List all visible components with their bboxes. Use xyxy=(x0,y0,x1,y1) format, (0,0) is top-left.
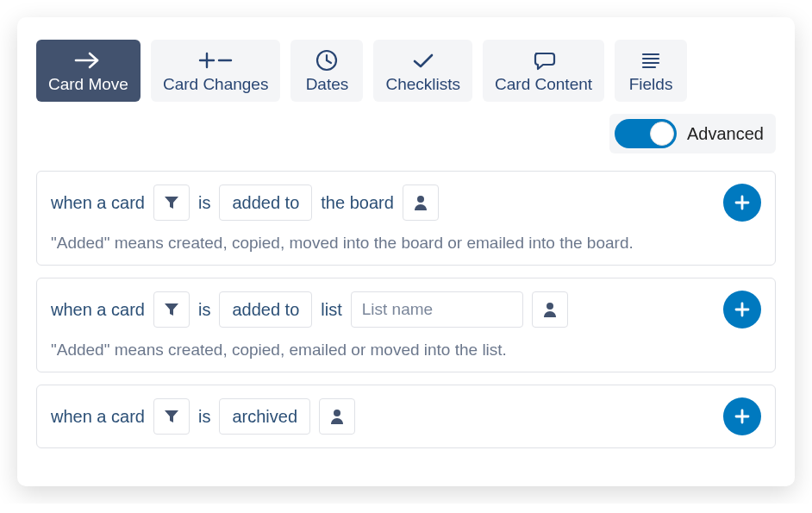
trigger-helper: "Added" means created, copied, moved int… xyxy=(51,234,761,253)
trigger-line: when a card is added to the board xyxy=(51,184,761,222)
action-value: added to xyxy=(232,300,299,320)
advanced-row: Advanced xyxy=(36,114,776,153)
add-trigger-button[interactable] xyxy=(723,291,761,328)
tab-label: Card Changes xyxy=(163,75,269,94)
check-icon xyxy=(411,47,435,73)
trigger-text: is xyxy=(198,193,210,213)
trigger-helper: "Added" means created, copied, emailed o… xyxy=(51,341,761,360)
action-value: added to xyxy=(232,193,299,213)
user-icon xyxy=(543,302,557,317)
tab-card-move[interactable]: Card Move xyxy=(36,40,141,102)
filter-button[interactable] xyxy=(153,398,190,435)
plus-minus-icon xyxy=(198,47,233,73)
filter-icon xyxy=(164,303,179,316)
plus-icon xyxy=(734,194,751,211)
trigger-text: is xyxy=(198,407,210,427)
trigger-text: when a card xyxy=(51,407,145,427)
add-trigger-button[interactable] xyxy=(723,397,761,435)
lines-icon xyxy=(640,47,661,73)
tab-checklists[interactable]: Checklists xyxy=(373,40,472,102)
tab-fields[interactable]: Fields xyxy=(615,40,687,102)
user-icon xyxy=(330,409,344,424)
list-name-input[interactable] xyxy=(351,291,523,328)
user-button[interactable] xyxy=(532,291,568,328)
svg-marker-11 xyxy=(165,197,178,209)
advanced-toggle[interactable] xyxy=(615,119,677,148)
arrow-right-icon xyxy=(73,47,103,73)
tab-card-content[interactable]: Card Content xyxy=(483,40,604,102)
svg-marker-15 xyxy=(165,303,178,316)
tab-label: Checklists xyxy=(385,75,460,94)
tab-label: Dates xyxy=(306,75,349,94)
svg-marker-19 xyxy=(165,410,178,422)
tab-label: Fields xyxy=(629,75,673,94)
trigger-line: when a card is archived xyxy=(51,397,761,435)
trigger-text: is xyxy=(198,300,210,320)
action-value: archived xyxy=(232,407,297,427)
trigger-card: when a card is added to the board "Added… xyxy=(36,171,776,266)
clock-icon xyxy=(315,47,338,73)
trigger-text: the board xyxy=(321,193,394,213)
plus-icon xyxy=(734,301,751,318)
tab-label: Card Move xyxy=(48,75,128,94)
tabs-row: Card Move Card Changes Dates Checklists xyxy=(36,40,776,102)
tab-label: Card Content xyxy=(495,75,592,94)
filter-icon xyxy=(164,410,179,423)
speech-bubble-icon xyxy=(532,47,556,73)
trigger-card: when a card is archived xyxy=(36,385,776,448)
action-select[interactable]: added to xyxy=(219,185,312,221)
svg-line-6 xyxy=(327,60,331,63)
tab-dates[interactable]: Dates xyxy=(290,40,363,102)
svg-point-12 xyxy=(417,196,424,203)
trigger-text: list xyxy=(321,300,341,320)
user-button[interactable] xyxy=(403,185,439,221)
user-button[interactable] xyxy=(319,398,355,435)
svg-point-20 xyxy=(334,410,340,416)
toggle-knob xyxy=(650,122,674,146)
trigger-text: when a card xyxy=(51,193,145,213)
advanced-label: Advanced xyxy=(687,124,764,144)
filter-button[interactable] xyxy=(153,291,190,328)
trigger-text: when a card xyxy=(51,300,145,320)
trigger-card: when a card is added to list "Added" mea… xyxy=(36,278,776,372)
filter-button[interactable] xyxy=(153,185,190,221)
user-icon xyxy=(414,195,428,210)
triggers-panel: Card Move Card Changes Dates Checklists xyxy=(17,17,795,486)
action-select[interactable]: added to xyxy=(219,291,312,328)
filter-icon xyxy=(164,196,179,210)
plus-icon xyxy=(734,408,751,425)
advanced-pill: Advanced xyxy=(609,114,776,153)
action-select[interactable]: archived xyxy=(219,398,310,435)
svg-point-16 xyxy=(547,303,553,310)
tab-card-changes[interactable]: Card Changes xyxy=(151,40,281,102)
trigger-line: when a card is added to list xyxy=(51,291,761,328)
add-trigger-button[interactable] xyxy=(723,184,761,222)
